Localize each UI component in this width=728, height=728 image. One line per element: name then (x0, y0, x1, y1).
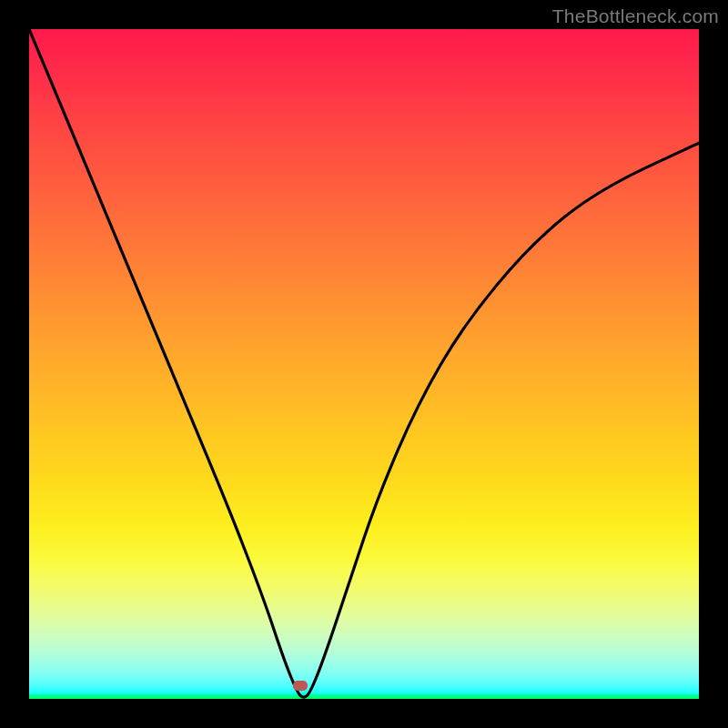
watermark-text: TheBottleneck.com (552, 5, 719, 27)
bottleneck-curve (29, 29, 699, 699)
plot-area (29, 29, 699, 699)
optimal-point-marker (293, 681, 308, 691)
chart-frame: TheBottleneck.com (0, 0, 728, 728)
